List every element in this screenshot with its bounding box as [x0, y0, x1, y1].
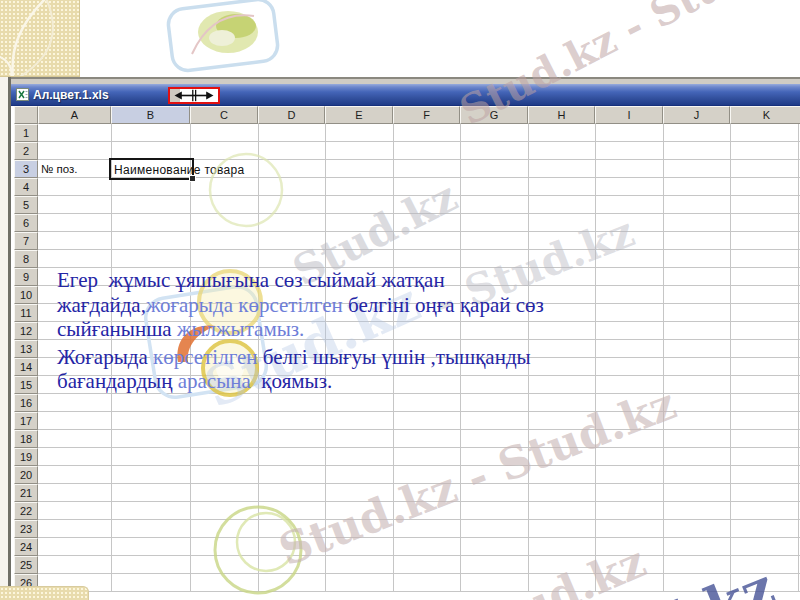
column-header[interactable]: E: [325, 106, 393, 124]
row-header[interactable]: 20: [14, 466, 38, 484]
row-header[interactable]: 13: [14, 340, 38, 358]
cell-a3-text[interactable]: № поз.: [41, 163, 78, 175]
studkz-logo-top: [167, 0, 280, 72]
text-line-2: жағдайда,жоғарыда көрсетілген белгіні оң…: [57, 293, 544, 318]
window-titlebar[interactable]: Ал.цвет.1.xls: [11, 84, 800, 106]
row-header[interactable]: 11: [14, 304, 38, 322]
column-header[interactable]: D: [258, 106, 325, 124]
row-header[interactable]: 23: [14, 520, 38, 538]
row-header[interactable]: 2: [14, 142, 38, 160]
column-header[interactable]: C: [190, 106, 258, 124]
row-header[interactable]: 15: [14, 376, 38, 394]
row-header[interactable]: 18: [14, 430, 38, 448]
row-header[interactable]: 1: [14, 124, 38, 142]
excel-app-icon: [16, 88, 29, 101]
row-header[interactable]: 19: [14, 448, 38, 466]
cell-selection-border[interactable]: [109, 158, 194, 180]
window-title: Ал.цвет.1.xls: [33, 88, 109, 102]
row-header[interactable]: 16: [14, 394, 38, 412]
row-header[interactable]: 12: [14, 322, 38, 340]
slide-corner-decoration: [0, 0, 80, 77]
slide-bottom-decoration: [0, 586, 89, 600]
text-line-5: бағандардың арасына қоямыз.: [57, 369, 544, 394]
row-header[interactable]: 6: [14, 214, 38, 232]
row-header[interactable]: 7: [14, 232, 38, 250]
column-header[interactable]: I: [595, 106, 663, 124]
row-header[interactable]: 17: [14, 412, 38, 430]
slide: { "window": { "title": "Ал.цвет.1.xls", …: [0, 0, 800, 600]
column-header-row: ABCDEFGHIJK: [38, 106, 800, 124]
slide-left-strip: [0, 76, 8, 600]
column-header[interactable]: G: [460, 106, 528, 124]
row-headers: 1234567891011121314151617181920212223242…: [14, 124, 38, 592]
annotation-red-box: [168, 87, 220, 104]
column-header[interactable]: J: [663, 106, 730, 124]
select-all-corner[interactable]: [14, 106, 38, 124]
column-header[interactable]: F: [393, 106, 460, 124]
column-header[interactable]: K: [730, 106, 800, 124]
column-headers: ABCDEFGHIJK: [14, 106, 800, 124]
fill-handle[interactable]: [189, 175, 196, 182]
text-line-4: Жоғарыда көрсетілген белгі шығуы үшін ,т…: [57, 345, 544, 370]
row-header[interactable]: 3: [14, 160, 38, 178]
column-header[interactable]: H: [528, 106, 595, 124]
row-header[interactable]: 22: [14, 502, 38, 520]
column-header[interactable]: A: [38, 106, 111, 124]
leaf-pattern: [0, 0, 79, 76]
window-frame-top: [11, 77, 800, 84]
row-header[interactable]: 5: [14, 196, 38, 214]
row-header[interactable]: 4: [14, 178, 38, 196]
column-resize-cursor-icon: [174, 89, 214, 102]
row-header[interactable]: 24: [14, 538, 38, 556]
column-header[interactable]: B: [111, 106, 190, 124]
slide-text-block: Егер жұмыс ұяшығына сөз сыймай жатқан жа…: [57, 268, 544, 394]
row-header[interactable]: 10: [14, 286, 38, 304]
row-header[interactable]: 14: [14, 358, 38, 376]
text-line-1: Егер жұмыс ұяшығына сөз сыймай жатқан: [57, 268, 544, 293]
row-header[interactable]: 25: [14, 556, 38, 574]
text-line-3: сыйғанынша жылжытамыз.: [57, 317, 544, 342]
row-header[interactable]: 21: [14, 484, 38, 502]
row-header[interactable]: 8: [14, 250, 38, 268]
row-header[interactable]: 9: [14, 268, 38, 286]
